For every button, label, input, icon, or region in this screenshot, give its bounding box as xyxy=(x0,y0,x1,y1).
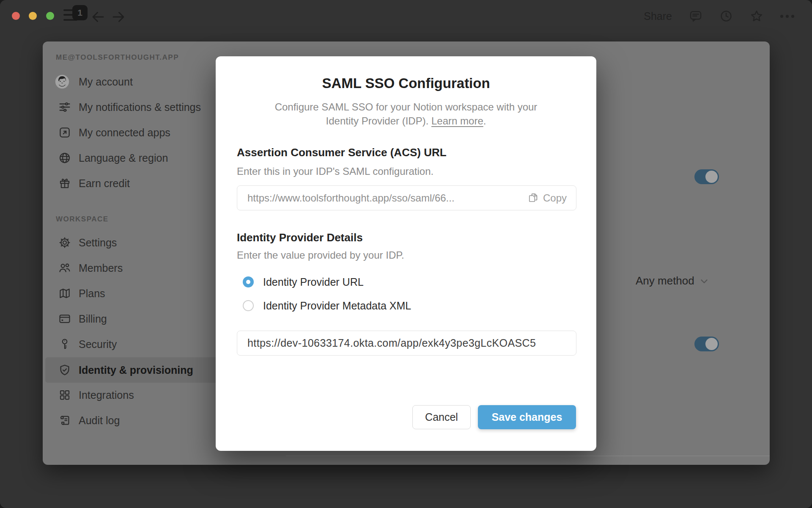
copy-button-label: Copy xyxy=(543,192,567,204)
workspace-header: WORKSPACE xyxy=(56,215,109,224)
radio-unselected-icon[interactable] xyxy=(243,300,254,311)
map-icon xyxy=(58,286,72,301)
idp-url-input[interactable] xyxy=(237,331,576,355)
dialog-description-line2-text: Identity Provider (IDP). xyxy=(326,115,431,127)
update-count-badge: 1 xyxy=(72,5,88,20)
more-options-icon[interactable] xyxy=(780,15,794,18)
notion-app-window: 1 Share ME@TOOLSFORTHOUGHT.APP xyxy=(0,0,812,508)
toggle-knob xyxy=(705,338,718,350)
user-avatar xyxy=(55,75,69,89)
sliders-icon xyxy=(58,100,72,114)
arrow-up-right-square-icon xyxy=(58,125,72,140)
dialog-title: SAML SSO Configuration xyxy=(216,75,596,91)
people-icon xyxy=(58,261,72,275)
idp-details-hint: Enter the value provided by your IDP. xyxy=(237,249,404,261)
scroll-icon xyxy=(58,413,72,428)
sidebar-toggle-icon[interactable]: 1 xyxy=(63,5,89,25)
content-divider xyxy=(286,456,770,456)
comments-icon[interactable] xyxy=(689,9,702,23)
close-window-button[interactable] xyxy=(12,12,20,20)
idp-url-field xyxy=(237,331,576,356)
forward-arrow-icon[interactable] xyxy=(111,9,126,23)
sidebar-item-my-account[interactable]: My account xyxy=(43,69,220,94)
chevron-down-icon xyxy=(699,276,710,287)
radio-selected-icon[interactable] xyxy=(243,276,254,287)
sidebar-item-label: My connected apps xyxy=(79,127,170,139)
minimize-window-button[interactable] xyxy=(29,12,37,20)
key-icon xyxy=(58,337,72,351)
sso-enabled-toggle[interactable] xyxy=(694,169,719,184)
sidebar-item-settings[interactable]: Settings xyxy=(43,230,220,255)
back-arrow-icon[interactable] xyxy=(91,9,106,23)
sidebar-item-integrations[interactable]: Integrations xyxy=(43,382,220,408)
shield-check-icon xyxy=(58,363,72,377)
dialog-description-period: . xyxy=(483,115,486,127)
credit-card-icon xyxy=(58,312,72,326)
sidebar-item-label: Language & region xyxy=(79,152,168,164)
acs-url-heading: Assertion Consumer Service (ACS) URL xyxy=(237,146,447,159)
sidebar-item-audit-log[interactable]: Audit log xyxy=(43,408,220,433)
sidebar-item-label: Members xyxy=(79,262,123,274)
acs-url-hint: Enter this in your IDP's SAML configurat… xyxy=(237,166,433,177)
sidebar-item-label: Earn credit xyxy=(79,177,130,190)
sidebar-item-plans[interactable]: Plans xyxy=(43,281,220,306)
radio-option-idp-metadata-xml[interactable]: Identity Provider Metadata XML xyxy=(237,299,411,312)
radio-option-idp-url[interactable]: Identity Provider URL xyxy=(237,275,364,289)
radio-option-label: Identity Provider Metadata XML xyxy=(263,300,411,312)
zoom-window-button[interactable] xyxy=(46,12,54,20)
sidebar-item-label: My notifications & settings xyxy=(79,101,201,113)
globe-icon xyxy=(58,151,72,165)
sidebar-item-members[interactable]: Members xyxy=(43,255,220,281)
copy-button[interactable]: Copy xyxy=(528,192,576,204)
copy-icon xyxy=(528,192,539,204)
auth-method-value: Any method xyxy=(636,274,694,287)
account-email-header: ME@TOOLSFORTHOUGHT.APP xyxy=(56,53,179,62)
sidebar-item-language-region[interactable]: Language & region xyxy=(43,145,220,171)
sidebar-item-connected-apps[interactable]: My connected apps xyxy=(43,120,220,145)
sidebar-item-label: Identity & provisioning xyxy=(79,364,193,376)
titlebar-actions: Share xyxy=(644,0,794,32)
sidebar-item-label: Security xyxy=(79,338,117,351)
idp-details-heading: Identity Provider Details xyxy=(237,231,363,244)
acs-url-input[interactable] xyxy=(237,186,528,210)
learn-more-link[interactable]: Learn more xyxy=(431,115,483,127)
sidebar-item-billing[interactable]: Billing xyxy=(43,306,220,331)
share-button[interactable]: Share xyxy=(644,10,672,22)
save-changes-button[interactable]: Save changes xyxy=(478,405,576,429)
sidebar-item-label: Settings xyxy=(79,237,117,249)
sidebar-item-label: Audit log xyxy=(79,414,120,427)
dialog-description-line1: Configure SAML SSO for your Notion works… xyxy=(216,101,596,113)
sidebar-item-label: Billing xyxy=(79,313,107,325)
sidebar-item-identity-provisioning[interactable]: Identity & provisioning xyxy=(45,357,220,383)
sidebar-item-security[interactable]: Security xyxy=(43,331,220,357)
auth-method-dropdown[interactable]: Any method xyxy=(636,274,710,287)
dialog-description-line2: Identity Provider (IDP). Learn more. xyxy=(216,115,596,127)
favorite-star-icon[interactable] xyxy=(750,9,763,23)
radio-option-label: Identity Provider URL xyxy=(263,276,364,288)
saml-sso-configuration-dialog: SAML SSO Configuration Configure SAML SS… xyxy=(216,56,596,451)
sidebar-item-earn-credit[interactable]: Earn credit xyxy=(43,171,220,196)
toggle-knob xyxy=(705,171,718,183)
updates-clock-icon[interactable] xyxy=(719,9,733,23)
acs-url-field: Copy xyxy=(237,185,576,210)
scim-enabled-toggle[interactable] xyxy=(694,337,719,351)
sidebar-item-label: Plans xyxy=(79,287,105,300)
sidebar-item-label: Integrations xyxy=(79,389,134,401)
gear-icon xyxy=(58,235,72,250)
sidebar-item-notifications-settings[interactable]: My notifications & settings xyxy=(43,94,220,120)
sidebar-item-label: My account xyxy=(79,76,133,88)
cancel-button[interactable]: Cancel xyxy=(412,405,471,429)
grid-icon xyxy=(58,388,72,402)
titlebar: 1 Share xyxy=(0,0,812,32)
gift-icon xyxy=(58,176,72,190)
